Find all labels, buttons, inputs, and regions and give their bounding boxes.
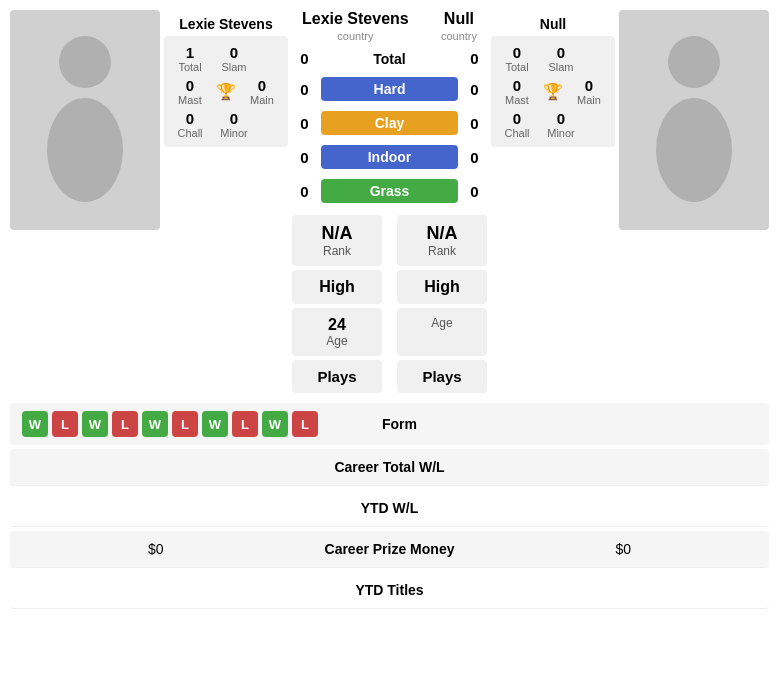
form-badge-l: L: [52, 411, 78, 437]
left-minor-stat: 0 Minor: [216, 110, 252, 139]
right-high-card: High: [397, 270, 487, 304]
right-total-stat: 0 Total: [499, 44, 535, 73]
main-container: Lexie Stevens 1 Total 0 Slam: [0, 0, 779, 623]
left-total-slam-row: 1 Total 0 Slam: [172, 44, 280, 73]
bottom-row-1: YTD W/L: [10, 490, 769, 527]
left-stats-card: 1 Total 0 Slam 0 Mast 🏆: [164, 36, 288, 147]
form-badge-l: L: [232, 411, 258, 437]
left-plays-card: Plays: [292, 360, 382, 393]
left-chall-stat: 0 Chall: [172, 110, 208, 139]
left-player-silhouette: [35, 30, 135, 210]
form-badge-w: W: [262, 411, 288, 437]
mid-high-rows: High High: [292, 270, 487, 304]
right-chall-stat: 0 Chall: [499, 110, 535, 139]
svg-point-2: [668, 36, 720, 88]
bottom-label-2: Career Prize Money: [290, 541, 490, 557]
right-main-stat: 0 Main: [571, 77, 607, 106]
right-trophy-icon: 🏆: [543, 82, 563, 101]
bottom-label-0: Career Total W/L: [290, 459, 490, 475]
right-trophy-row: 0 Mast 🏆 0 Main: [499, 77, 607, 106]
indoor-row: 0 Indoor 0: [292, 145, 487, 169]
comparison-section: Lexie Stevens 1 Total 0 Slam: [10, 10, 769, 393]
mid-section: Lexie Stevens country Null country 0 Tot…: [292, 10, 487, 393]
hard-badge: Hard: [321, 77, 458, 101]
form-badge-l: L: [172, 411, 198, 437]
left-trophy-icon: 🏆: [216, 82, 236, 101]
right-mast-stat: 0 Mast: [499, 77, 535, 106]
form-section: WLWLWLWLWL Form: [10, 403, 769, 445]
form-label: Form: [382, 416, 417, 432]
bottom-row-3: YTD Titles: [10, 572, 769, 609]
right-slam-stat: 0 Slam: [543, 44, 579, 73]
mid-names-row: Lexie Stevens country Null country: [292, 10, 487, 42]
right-minor-stat: 0 Minor: [543, 110, 579, 139]
total-row: 0 Total 0: [292, 50, 487, 67]
right-chall-minor-row: 0 Chall 0 Minor: [499, 110, 607, 139]
left-player-name-below: Lexie Stevens: [179, 16, 272, 32]
bottom-left-val-2: $0: [22, 541, 290, 557]
svg-point-3: [656, 98, 732, 202]
clay-row: 0 Clay 0: [292, 111, 487, 135]
svg-point-0: [59, 36, 111, 88]
right-stats-card: 0 Total 0 Slam 0 Mast 🏆: [491, 36, 615, 147]
form-badge-w: W: [22, 411, 48, 437]
form-badge-l: L: [112, 411, 138, 437]
left-high-card: High: [292, 270, 382, 304]
bottom-label-1: YTD W/L: [290, 500, 490, 516]
bottom-row-2: $0 Career Prize Money $0: [10, 531, 769, 568]
right-name-center: Null country: [441, 10, 477, 42]
left-trophy-row: 0 Mast 🏆 0 Main: [172, 77, 280, 106]
left-total-stat: 1 Total: [172, 44, 208, 73]
left-mast-stat: 0 Mast: [172, 77, 208, 106]
grass-row: 0 Grass 0: [292, 179, 487, 203]
bottom-rows-container: Career Total W/L YTD W/L $0 Career Prize…: [10, 449, 769, 609]
left-name-center: Lexie Stevens country: [302, 10, 409, 42]
total-label: Total: [317, 51, 462, 67]
form-badge-w: W: [202, 411, 228, 437]
bottom-label-3: YTD Titles: [290, 582, 490, 598]
court-rows: 0 Total 0 0 Hard 0 0 Clay 0: [292, 50, 487, 207]
form-badges: WLWLWLWLWL: [22, 411, 362, 437]
mid-age-rows: 24 Age Age: [292, 308, 487, 356]
hard-row: 0 Hard 0: [292, 77, 487, 101]
left-player-photo: [10, 10, 160, 230]
left-slam-stat: 0 Slam: [216, 44, 252, 73]
right-player-name-below: Null: [540, 16, 566, 32]
svg-point-1: [47, 98, 123, 202]
right-side: Null 0 Total 0 Slam 0: [491, 10, 769, 393]
mid-plays-rows: Plays Plays: [292, 360, 487, 393]
grass-badge: Grass: [321, 179, 458, 203]
left-age-card: 24 Age: [292, 308, 382, 356]
right-age-card: Age: [397, 308, 487, 356]
form-badge-l: L: [292, 411, 318, 437]
bottom-right-val-2: $0: [490, 541, 758, 557]
right-total-slam-row: 0 Total 0 Slam: [499, 44, 607, 73]
right-player-photo: [619, 10, 769, 230]
indoor-badge: Indoor: [321, 145, 458, 169]
clay-badge: Clay: [321, 111, 458, 135]
left-side: Lexie Stevens 1 Total 0 Slam: [10, 10, 288, 393]
left-chall-minor-row: 0 Chall 0 Minor: [172, 110, 280, 139]
form-badge-w: W: [142, 411, 168, 437]
right-rank-card: N/A Rank: [397, 215, 487, 266]
left-rank-card: N/A Rank: [292, 215, 382, 266]
form-badge-w: W: [82, 411, 108, 437]
right-player-silhouette: [644, 30, 744, 210]
right-plays-card: Plays: [397, 360, 487, 393]
mid-detail-rows: N/A Rank N/A Rank: [292, 215, 487, 266]
bottom-row-0: Career Total W/L: [10, 449, 769, 486]
left-main-stat: 0 Main: [244, 77, 280, 106]
